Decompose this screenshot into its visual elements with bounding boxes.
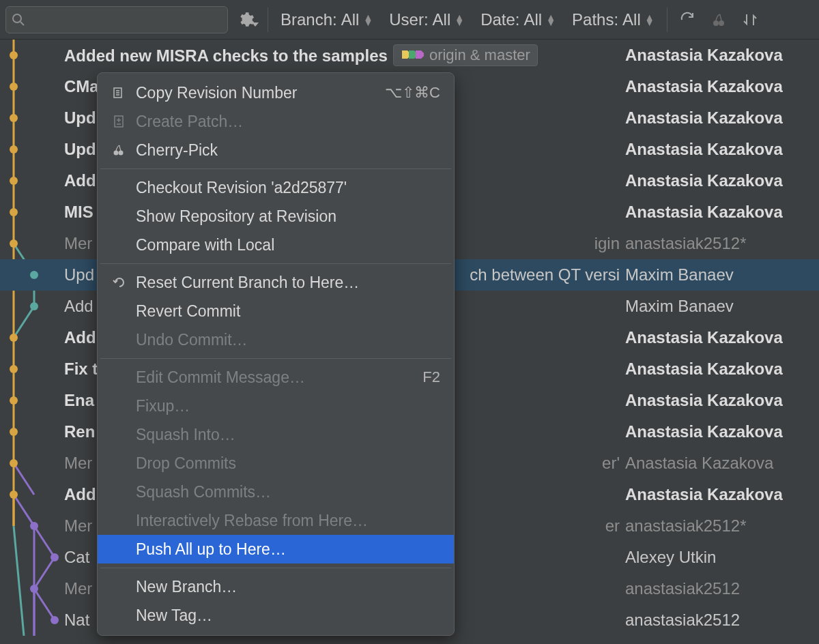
paths-filter-value: All — [622, 10, 641, 29]
commit-author: Alexey Utkin — [625, 548, 819, 567]
commit-author: Anastasia Kazakova — [625, 203, 819, 222]
separator — [667, 8, 667, 32]
updown-icon: ▲▼ — [455, 14, 464, 25]
undo-commit-menuitem[interactable]: Undo Commit… — [98, 325, 454, 354]
paths-filter[interactable]: Paths: All ▲▼ — [568, 10, 659, 29]
cherry-icon — [710, 12, 727, 28]
branch-filter-label: Branch: — [281, 10, 337, 29]
commit-author: anastasiak2512 — [625, 611, 819, 630]
menu-separator — [100, 358, 451, 359]
date-filter[interactable]: Date: All ▲▼ — [476, 10, 560, 29]
reset-icon — [111, 275, 126, 290]
user-filter-label: User: — [389, 10, 428, 29]
menu-label: New Tag… — [136, 606, 440, 625]
commit-message-suffix: igin — [594, 234, 620, 252]
menu-label: New Branch… — [136, 578, 440, 596]
commit-author: Anastasia Kazakova — [625, 77, 819, 96]
sort-button[interactable] — [738, 8, 762, 31]
copy-icon — [111, 85, 126, 100]
copy-revision-menuitem[interactable]: Copy Revision Number ⌥⇧⌘C — [98, 78, 454, 107]
commit-message-suffix: er — [605, 516, 620, 535]
commit-author: Anastasia Kazakova — [625, 171, 819, 190]
user-filter-value: All — [433, 10, 451, 29]
commit-author: Anastasia Kazakova — [625, 108, 819, 128]
commit-node — [10, 396, 18, 405]
svg-point-18 — [119, 151, 124, 156]
search-icon — [12, 13, 25, 27]
commit-node — [10, 491, 18, 499]
commit-row[interactable]: Added new MISRA checks to the samplesori… — [0, 40, 819, 71]
new-tag-menuitem[interactable]: New Tag… — [98, 601, 454, 630]
commit-node — [10, 208, 18, 216]
menu-label: Create Patch… — [136, 113, 440, 131]
branch-tag[interactable]: origin & master — [393, 44, 538, 66]
separator — [268, 8, 268, 32]
drop-commits-menuitem[interactable]: Drop Commits — [98, 449, 454, 478]
reset-branch-menuitem[interactable]: Reset Current Branch to Here… — [98, 268, 454, 297]
menu-separator — [100, 169, 451, 169]
user-filter[interactable]: User: All ▲▼ — [385, 10, 468, 29]
chevron-down-icon — [252, 21, 259, 28]
compare-local-menuitem[interactable]: Compare with Local — [98, 231, 454, 259]
menu-label: Checkout Revision 'a2d25877' — [136, 179, 440, 197]
menu-label: Cherry-Pick — [136, 141, 440, 160]
commit-message-suffix: ch between QT versi — [470, 265, 620, 284]
refresh-icon — [679, 12, 695, 28]
fixup-menuitem[interactable]: Fixup… — [98, 392, 454, 420]
settings-filter-icon[interactable] — [236, 8, 259, 31]
svg-point-17 — [114, 151, 119, 156]
menu-label: Drop Commits — [136, 454, 440, 473]
updown-icon: ▲▼ — [363, 14, 373, 25]
show-repository-menuitem[interactable]: Show Repository at Revision — [98, 202, 454, 231]
commit-node — [51, 553, 59, 561]
checkout-revision-menuitem[interactable]: Checkout Revision 'a2d25877' — [98, 173, 454, 202]
menu-label: Squash Commits… — [136, 483, 440, 501]
cherry-icon — [111, 143, 126, 158]
commit-node — [10, 239, 18, 248]
date-filter-value: All — [524, 10, 543, 29]
svg-point-2 — [713, 20, 719, 26]
commit-author: Anastasia Kazakova — [625, 328, 819, 347]
commit-node — [51, 616, 59, 624]
push-all-menuitem[interactable]: Push All up to Here… — [98, 535, 454, 564]
commit-node — [10, 51, 18, 59]
paths-filter-label: Paths: — [572, 10, 618, 29]
menu-label: Fixup… — [136, 397, 440, 415]
menu-label: Revert Commit — [136, 302, 440, 321]
squash-commits-menuitem[interactable]: Squash Commits… — [98, 478, 454, 506]
new-branch-menuitem[interactable]: New Branch… — [98, 572, 454, 601]
interactive-rebase-menuitem[interactable]: Interactively Rebase from Here… — [98, 506, 454, 535]
patch-icon — [111, 114, 126, 129]
commit-node — [10, 114, 18, 122]
branch-filter-value: All — [341, 10, 360, 29]
squash-into-menuitem[interactable]: Squash Into… — [98, 420, 454, 449]
refresh-button[interactable] — [676, 8, 699, 31]
commit-node — [30, 585, 38, 593]
commit-node — [10, 459, 18, 467]
commit-author: Anastasia Kazakova — [625, 485, 819, 504]
commit-author: Anastasia Kazakova — [625, 454, 819, 473]
edit-commit-menuitem[interactable]: Edit Commit Message… F2 — [98, 363, 454, 392]
menu-label: Reset Current Branch to Here… — [136, 274, 440, 292]
branch-filter[interactable]: Branch: All ▲▼ — [276, 10, 377, 29]
updown-icon: ▲▼ — [645, 14, 655, 25]
cherry-pick-menuitem[interactable]: Cherry-Pick — [98, 136, 454, 164]
search-input[interactable] — [5, 6, 228, 33]
date-filter-label: Date: — [480, 10, 519, 29]
revert-commit-menuitem[interactable]: Revert Commit — [98, 297, 454, 325]
menu-shortcut: F2 — [422, 368, 440, 386]
commit-node — [10, 365, 18, 373]
commit-node — [10, 145, 18, 153]
commit-message: Added new MISRA checks to the samplesori… — [63, 44, 625, 66]
cherry-pick-button[interactable] — [707, 8, 730, 31]
commit-node — [30, 271, 38, 279]
updown-icon: ▲▼ — [546, 14, 556, 25]
commit-author: Anastasia Kazakova — [625, 422, 819, 441]
menu-label: Show Repository at Revision — [136, 207, 440, 226]
commit-node — [30, 302, 38, 310]
menu-label: Edit Commit Message… — [136, 368, 413, 387]
create-patch-menuitem[interactable]: Create Patch… — [98, 107, 454, 136]
menu-label: Push All up to Here… — [136, 540, 440, 559]
menu-label: Undo Commit… — [136, 331, 440, 349]
commit-message-suffix: er' — [602, 454, 620, 472]
